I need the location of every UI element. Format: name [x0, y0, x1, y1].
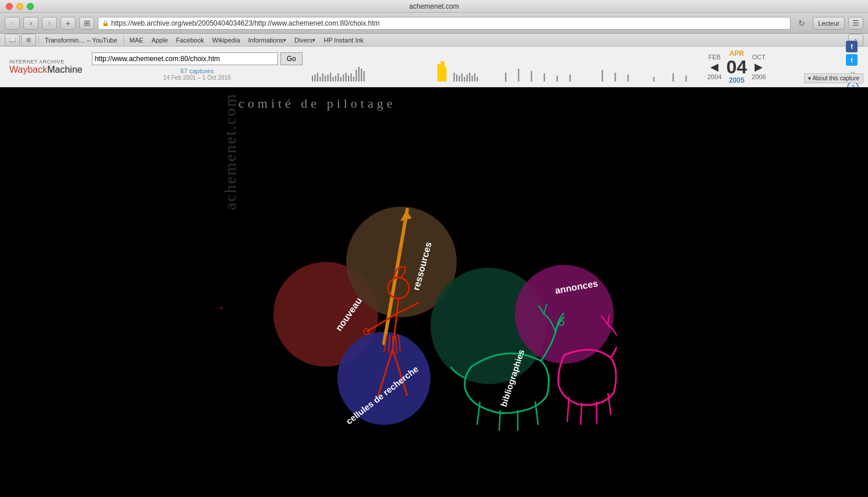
- sidebar-icon: ☰: [852, 19, 859, 27]
- next-month: OCT: [752, 54, 766, 61]
- window-title: achemenet.com: [409, 2, 458, 10]
- window-controls[interactable]: [6, 3, 34, 10]
- svg-rect-5: [325, 76, 326, 81]
- svg-rect-36: [531, 71, 532, 81]
- svg-rect-10: [337, 73, 339, 81]
- svg-rect-34: [505, 73, 506, 81]
- svg-rect-9: [335, 76, 336, 81]
- svg-rect-32: [474, 73, 475, 81]
- svg-rect-0: [312, 76, 313, 81]
- social-section: f t ✕ ?: [845, 41, 859, 93]
- svg-rect-38: [556, 76, 557, 81]
- twitter-share-button[interactable]: t: [846, 54, 858, 66]
- wayback-black-text: Machine: [47, 65, 82, 74]
- next-year: 2006: [752, 73, 766, 80]
- book-icon: 📖: [9, 37, 16, 43]
- forward-button[interactable]: ›: [23, 17, 38, 30]
- bookmark-hp[interactable]: HP Instant Ink: [320, 35, 367, 45]
- about-capture-section: ▾ About this capture: [804, 72, 863, 83]
- svg-rect-26: [458, 76, 460, 81]
- bookmarks-button[interactable]: ⊞: [21, 34, 36, 47]
- url-display: https://web.archive.org/web/200504040346…: [111, 19, 787, 27]
- plus-icon: +: [66, 19, 70, 28]
- bookmark-facebook[interactable]: Facebook: [173, 35, 208, 45]
- svg-rect-7: [330, 73, 331, 81]
- svg-rect-13: [345, 73, 346, 81]
- svg-rect-29: [466, 74, 467, 81]
- svg-rect-4: [322, 73, 323, 81]
- svg-rect-31: [471, 76, 472, 81]
- close-button[interactable]: [6, 3, 13, 10]
- refresh-button[interactable]: ↻: [794, 17, 809, 30]
- title-bar: achemenet.com: [0, 0, 868, 13]
- svg-rect-11: [340, 77, 341, 81]
- svg-rect-42: [627, 74, 628, 81]
- bookmark-youtube[interactable]: Transformin… – YouTube: [41, 35, 121, 45]
- internet-archive-label: INTERNET ARCHIVE: [9, 59, 65, 65]
- page-title: comité de pilotage: [239, 96, 396, 111]
- about-capture-button[interactable]: ▾ About this capture: [804, 73, 863, 83]
- apps-button[interactable]: ⊞: [79, 17, 94, 30]
- bookmark-wikipedia[interactable]: Wikipedia: [209, 35, 244, 45]
- current-day: 04: [726, 58, 747, 76]
- svg-rect-39: [570, 74, 571, 81]
- svg-rect-6: [327, 74, 328, 81]
- separator: [38, 36, 39, 44]
- next-arrow[interactable]: ▶: [755, 61, 763, 73]
- svg-rect-15: [350, 73, 351, 81]
- main-illustration: nouveau ressources cellules de recherche…: [221, 180, 617, 471]
- share-button[interactable]: ↑: [42, 17, 57, 30]
- svg-rect-27: [461, 73, 463, 81]
- wayback-url-input[interactable]: [92, 52, 278, 65]
- svg-rect-24: [453, 73, 454, 81]
- next-date-col: OCT ▶ 2006: [752, 54, 766, 80]
- svg-rect-1: [314, 74, 315, 81]
- share-icon: ↑: [48, 20, 51, 27]
- main-content: achemenet.com comité de pilotage: [0, 87, 868, 497]
- url-bar[interactable]: 🔒 https://web.archive.org/web/2005040403…: [98, 17, 791, 30]
- lock-icon: 🔒: [102, 20, 109, 26]
- svg-rect-44: [673, 73, 674, 81]
- svg-rect-28: [464, 77, 465, 81]
- captures-link[interactable]: 67 captures: [180, 68, 214, 74]
- svg-rect-17: [355, 70, 357, 81]
- timeline-chart: [312, 52, 698, 81]
- facebook-share-button[interactable]: f: [846, 41, 858, 52]
- wayback-go-button[interactable]: Go: [280, 52, 303, 65]
- sidebar-button[interactable]: ☰: [848, 17, 863, 30]
- minimize-button[interactable]: [16, 3, 23, 10]
- prev-arrow[interactable]: ◀: [710, 61, 718, 73]
- svg-rect-41: [614, 73, 616, 81]
- svg-rect-14: [348, 76, 349, 81]
- arrow-indicator: →: [215, 303, 225, 313]
- bookmark-mae[interactable]: MAE: [126, 35, 147, 45]
- svg-rect-45: [685, 76, 686, 81]
- reading-list-button[interactable]: 📖: [5, 34, 20, 47]
- svg-rect-43: [653, 77, 654, 81]
- svg-rect-19: [361, 69, 362, 81]
- svg-rect-8: [332, 77, 333, 81]
- bookmarks-bar: 📖 ⊞ Transformin… – YouTube MAE Apple Fac…: [0, 34, 868, 47]
- reader-button[interactable]: Lecteur: [813, 17, 845, 30]
- svg-rect-40: [602, 70, 603, 81]
- bookmark-informations[interactable]: Informations: [245, 35, 290, 45]
- svg-rect-23: [444, 67, 446, 81]
- back-button[interactable]: ‹: [5, 17, 20, 30]
- current-year: 2005: [729, 76, 745, 84]
- svg-point-50: [515, 265, 614, 364]
- apps-icon: ⊞: [84, 19, 90, 27]
- prev-month: FEB: [709, 54, 721, 61]
- separator: [123, 36, 124, 44]
- wayback-machine-title: WaybackMachine: [9, 65, 83, 75]
- bookmark-apple[interactable]: Apple: [148, 35, 171, 45]
- svg-rect-12: [343, 74, 344, 81]
- svg-rect-18: [358, 67, 359, 81]
- nav-bar: ‹ › ↑ + ⊞ 🔒 https://web.archive.org/web/…: [0, 13, 868, 34]
- add-bookmark-button[interactable]: +: [61, 17, 76, 30]
- maximize-button[interactable]: [27, 3, 34, 10]
- bookmark-divers[interactable]: Divers: [291, 35, 319, 45]
- reader-label: Lecteur: [818, 20, 839, 27]
- wayback-url-section: Go 67 captures 14 Feb 2001 – 1 Oct 2016: [92, 52, 303, 81]
- prev-date-col: FEB ◀ 2004: [707, 54, 721, 80]
- svg-rect-2: [317, 73, 318, 81]
